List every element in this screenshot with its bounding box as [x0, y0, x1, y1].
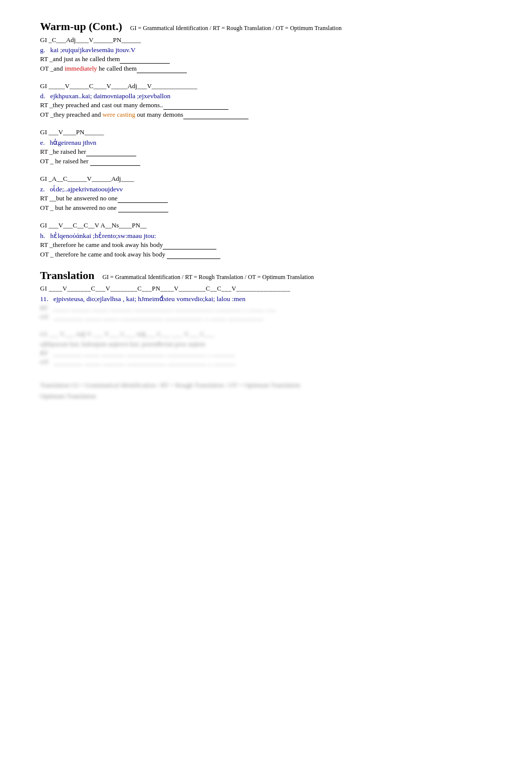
footer-blurred-text: Translation GI = Grammatical Identificat…	[40, 381, 491, 389]
blurred-rt: RT _________ _____ _______ ____________ …	[40, 349, 491, 357]
greek-text-e: hἀgeirenau jthνn	[50, 139, 97, 146]
rt-g: RT _and just as he called them	[40, 55, 491, 64]
warmup-title-line: Warm-up (Cont.) GI = Grammatical Identif…	[40, 20, 491, 33]
ot-g-fill	[137, 65, 187, 73]
number-11: 11.	[40, 295, 48, 303]
label-h: h.	[40, 232, 45, 239]
ot-highlight-g: immediately	[65, 65, 97, 72]
warmup-title: Warm-up (Cont.)	[40, 20, 122, 33]
translation-title-line: Translation GI = Grammatical Identificat…	[40, 269, 491, 282]
ot-z-fill	[118, 204, 168, 212]
label-e: e.	[40, 139, 45, 146]
greek-text-d: ejkhρuxan..kai; daimoνniapolla ;ejxevbal…	[50, 92, 170, 100]
rt-11: RT _____ ______ _____ _______ __________…	[40, 304, 491, 312]
warmup-legend: GI = Grammatical Identification / RT = R…	[130, 25, 342, 32]
page: Warm-up (Cont.) GI = Grammatical Identif…	[40, 20, 491, 400]
greek-text-g: kai ;eujquέjkavlesemāu jtouv.V	[50, 46, 135, 54]
blurred-greek: ejkhρuxan kai; kaloujsin aujtoνn kai; po…	[40, 340, 491, 348]
exercise-g: g. kai ;eujquέjkavlesemāu jtouv.V RT _a…	[40, 46, 491, 73]
gi-line-11: GI ____V_______C___V________C___PN____V_…	[40, 285, 491, 293]
translation-section: Translation GI = Grammatical Identificat…	[40, 269, 491, 400]
greek-line-11: 11. ejpiνsteusa, dio;ejlavlhsa , kai; hJ…	[40, 295, 491, 303]
ot-h-fill	[167, 250, 220, 259]
blurred-exercise: GI ___ V___ Adj V ___ V___ C___ Adj___ C…	[40, 330, 491, 366]
gi-line-e: GI ___V____PN______	[40, 128, 491, 136]
exercise-11: 11. ejpiνsteusa, dio;ejlavlhsa , kai; hJ…	[40, 295, 491, 321]
greek-line-e: e. hἀgeirenau jthνn	[40, 138, 491, 147]
exercise-h: h. hἐlqenoύάnkai ;hἐrento;sw:maau jtou: …	[40, 231, 491, 259]
gi-line-z: GI _A__C______V______Adj____	[40, 175, 491, 183]
ot-z: OT _ but he answered no one	[40, 204, 491, 212]
exercise-e: e. hἀgeirenau jthνn RT _he raised her OT…	[40, 138, 491, 166]
greek-text-z: oἰde;..ajpekrivnatooujdevν	[50, 185, 123, 193]
rt-h-fill	[163, 241, 216, 249]
translation-title: Translation	[40, 269, 94, 282]
label-d: d.	[40, 92, 45, 100]
footer-blurred-legend: Optimum Translation	[40, 392, 491, 400]
gi-line-d: GI _____V______C____V_____Adj___V_______…	[40, 82, 491, 90]
label-z: z.	[40, 185, 45, 193]
gi-line-h: GI ___V___C__C__V A__Ns____PN__	[40, 221, 491, 229]
ot-e: OT _ he raised her	[40, 157, 491, 166]
rt-g-fill	[120, 55, 170, 64]
ot-g: OT _and immediately he called them	[40, 65, 491, 73]
ot-d-fill	[183, 111, 248, 119]
ot-highlight-d: were casting	[103, 111, 135, 118]
blurred-ot: OT _________ _____ _______ ____________ …	[40, 358, 491, 366]
greek-line-h: h. hἐlqenoύάnkai ;hἐrento;sw:maau jtou:	[40, 231, 491, 240]
rt-z: RT __but he answered no one	[40, 194, 491, 203]
ot-11: OT _________ _____ _____ _____________ _…	[40, 313, 491, 321]
greek-text-11: ejpiνsteusa, dio;ejlavlhsa , kai; hJmeim…	[54, 295, 245, 303]
greek-line-d: d. ejkhρuxan..kai; daimoνniapolla ;ejxev…	[40, 92, 491, 100]
ot-d: OT _they preached and were casting out m…	[40, 111, 491, 119]
ot-h: OT _ therefore he came and took away his…	[40, 250, 491, 259]
greek-line-g: g. kai ;eujquέjkavlesemāu jtouv.V	[40, 46, 491, 54]
footer-blurred: Translation GI = Grammatical Identificat…	[40, 381, 491, 400]
rt-e: RT _he raised her	[40, 148, 491, 156]
rt-h: RT _therefore he came and took away his …	[40, 241, 491, 249]
translation-legend: GI = Grammatical Identification / RT = R…	[102, 274, 314, 281]
blurred-gi: GI ___ V___ Adj V ___ V___ C___ Adj___ C…	[40, 330, 491, 338]
ot-e-fill	[90, 157, 140, 166]
rt-d-fill	[163, 101, 228, 110]
rt-z-fill	[118, 194, 168, 203]
greek-line-z: z. oἰde;..ajpekrivnatooujdevν	[40, 185, 491, 193]
rt-e-fill	[86, 148, 136, 156]
rt-d: RT _they preached and cast out many demo…	[40, 101, 491, 110]
label-g: g.	[40, 46, 45, 54]
exercise-d: d. ejkhρuxan..kai; daimoνniapolla ;ejxev…	[40, 92, 491, 119]
greek-text-h: hἐlqenoύάnkai ;hἐrento;sw:maau jtou:	[50, 232, 156, 239]
gi-line-g: GI _C___Adj____V______PN______	[40, 36, 491, 44]
exercise-z: z. oἰde;..ajpekrivnatooujdevν RT __but h…	[40, 185, 491, 212]
